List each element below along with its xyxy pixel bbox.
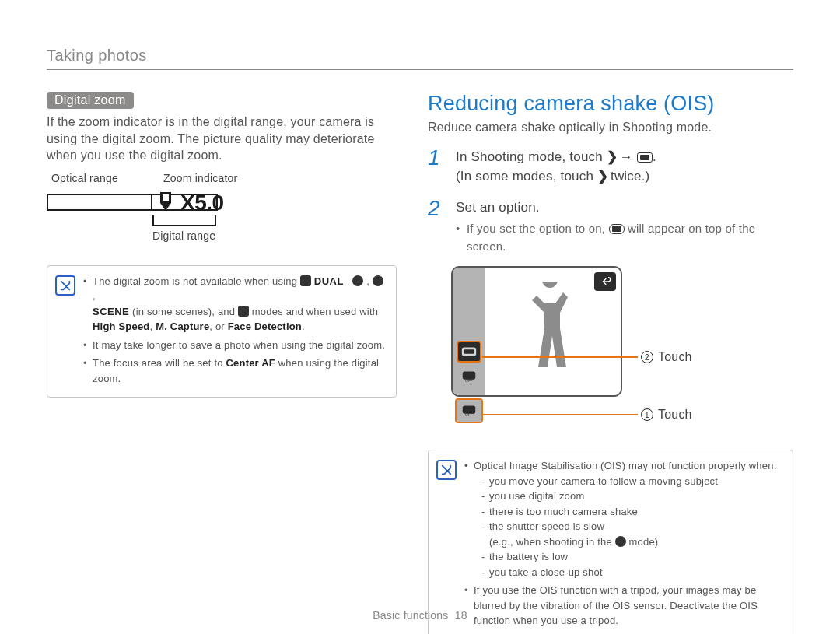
zoom-indicator-icon <box>157 189 174 215</box>
note-bullet-2: It may take longer to save a photo when … <box>83 338 387 353</box>
star-icon <box>373 275 383 286</box>
zoom-indicator-label: Zoom indicator <box>163 172 237 184</box>
callout-2-circle: 2 <box>641 351 653 363</box>
step-2-sub: If you set the option to on, will appear… <box>456 220 793 255</box>
note-icon <box>436 460 457 480</box>
person-silhouette <box>515 282 585 383</box>
zoom-value: X5.0 <box>180 191 224 215</box>
digital-zoom-heading-pill: Digital zoom <box>47 92 134 109</box>
ois-on-icon <box>609 224 625 234</box>
optical-range-label: Optical range <box>51 172 118 184</box>
camera-screenshot: OFF OFF 2 Touch 1 Touch <box>451 266 793 414</box>
digital-zoom-note: The digital zoom is not available when u… <box>47 265 397 398</box>
callout-1-circle: 1 <box>641 408 653 421</box>
step-1: 1 In Shooting mode, touch ❯ → . (In some… <box>428 147 793 187</box>
step-2-text: Set an option. <box>456 198 793 218</box>
chevron-right-icon: ❯ <box>597 166 607 187</box>
moon-icon <box>615 536 626 547</box>
step-1-text-line2: (In some modes, touch ❯ twice.) <box>456 166 656 187</box>
digital-range-label: Digital range <box>152 229 215 242</box>
step-2: 2 Set an option. If you set the option t… <box>428 198 793 256</box>
svg-rect-5 <box>463 406 476 414</box>
ois-on-button <box>457 341 481 363</box>
moon-icon <box>352 275 363 286</box>
ois-off-highlight: OFF <box>455 398 483 423</box>
svg-rect-2 <box>464 349 474 354</box>
ois-note: Optical Image Stabilisation (OIS) may no… <box>428 450 793 634</box>
hand-icon <box>300 275 311 286</box>
svg-rect-3 <box>463 372 476 380</box>
chevron-right-icon: ❯ <box>607 147 616 167</box>
callout-2-text: Touch <box>658 350 692 364</box>
ois-section-title: Reducing camera shake (OIS) <box>428 92 793 116</box>
left-column: Digital zoom If the zoom indicator is in… <box>47 92 397 634</box>
zoom-diagram: Optical range Zoom indicator X5.0 Digita… <box>47 172 334 250</box>
svg-text:OFF: OFF <box>465 379 473 383</box>
ois-off-icon <box>637 152 653 163</box>
back-button-icon <box>594 272 616 291</box>
page-footer: Basic functions 18 <box>0 609 840 622</box>
step-2-number: 2 <box>428 198 446 219</box>
page-header: Taking photos <box>47 47 793 70</box>
callout-1-text: Touch <box>658 408 692 422</box>
movie-icon <box>238 306 249 317</box>
ois-subtitle: Reduce camera shake optically in Shootin… <box>428 119 793 136</box>
ois-off-button: OFF <box>457 366 481 387</box>
note-bullet-1: The digital zoom is not available when u… <box>83 274 387 335</box>
step-1-text: In Shooting mode, touch ❯ → . <box>456 147 656 167</box>
svg-text:OFF: OFF <box>465 413 473 417</box>
svg-rect-0 <box>163 194 169 201</box>
ois-note-bullet-1: Optical Image Stabilisation (OIS) may no… <box>464 458 783 580</box>
note-bullet-3: The focus area will be set to Center AF … <box>83 356 387 386</box>
step-1-number: 1 <box>428 147 446 169</box>
right-column: Reducing camera shake (OIS) Reduce camer… <box>428 92 793 634</box>
digital-zoom-paragraph: If the zoom indicator is in the digital … <box>47 114 397 164</box>
note-icon <box>55 275 75 296</box>
